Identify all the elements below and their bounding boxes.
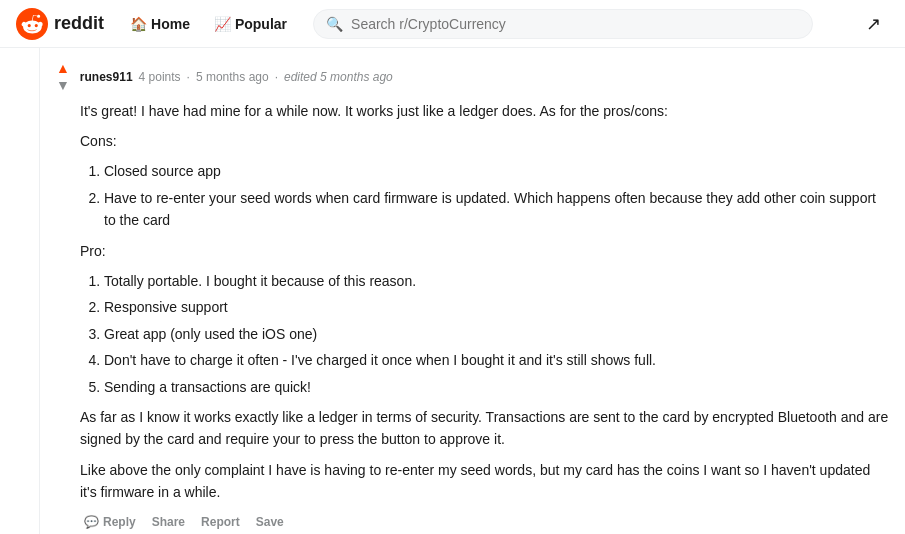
share-label: Share [152, 515, 185, 529]
header-right: ↗ [858, 9, 889, 39]
share-button[interactable]: Share [148, 511, 189, 533]
cons-label: Cons: [80, 130, 889, 152]
list-item: Totally portable. I bought it because of… [104, 270, 889, 292]
comment-icon: 💬 [84, 515, 99, 529]
search-icon: 🔍 [326, 16, 343, 32]
report-label: Report [201, 515, 240, 529]
reddit-logo-icon [16, 8, 48, 40]
popular-icon: 📈 [214, 16, 231, 32]
sidebar-left [0, 48, 40, 534]
comment-header: ▲ ▼ runes911 4 points · 5 months ago · e… [56, 60, 889, 94]
security-paragraph: As far as I know it works exactly like a… [80, 406, 889, 451]
points: 4 points [139, 70, 181, 84]
pro-label: Pro: [80, 240, 889, 262]
username[interactable]: runes911 [80, 70, 133, 84]
list-item: Don't have to charge it often - I've cha… [104, 349, 889, 371]
home-nav-item[interactable]: 🏠 Home [120, 10, 200, 38]
reddit-logo-text: reddit [54, 13, 104, 34]
list-item: Responsive support [104, 296, 889, 318]
edited-label: edited 5 months ago [284, 70, 393, 84]
save-button[interactable]: Save [252, 511, 288, 533]
timestamp: 5 months ago [196, 70, 269, 84]
header: reddit 🏠 Home 📈 Popular 🔍 ↗ [0, 0, 905, 48]
trending-icon[interactable]: ↗ [858, 9, 889, 39]
upvote-arrow[interactable]: ▲ [56, 60, 70, 77]
home-icon: 🏠 [130, 16, 147, 32]
intro-text: It's great! I have had mine for a while … [80, 100, 889, 122]
downvote-arrow[interactable]: ▼ [56, 77, 70, 94]
list-item: Have to re-enter your seed words when ca… [104, 187, 889, 232]
dot2: · [275, 70, 278, 84]
logo-area[interactable]: reddit [16, 8, 104, 40]
report-button[interactable]: Report [197, 511, 244, 533]
list-item: Sending a transactions are quick! [104, 376, 889, 398]
popular-nav-item[interactable]: 📈 Popular [204, 10, 297, 38]
home-label: Home [151, 16, 190, 32]
list-item: Great app (only used the iOS one) [104, 323, 889, 345]
main-nav: 🏠 Home 📈 Popular [120, 10, 297, 38]
save-label: Save [256, 515, 284, 529]
popular-label: Popular [235, 16, 287, 32]
comment-body: It's great! I have had mine for a while … [80, 100, 889, 504]
complaint-paragraph: Like above the only complaint I have is … [80, 459, 889, 504]
comment-actions: 💬 Reply Share Report Save [80, 511, 889, 533]
list-item: Closed source app [104, 160, 889, 182]
search-bar[interactable]: 🔍 [313, 9, 813, 39]
main-layout: ▲ ▼ runes911 4 points · 5 months ago · e… [0, 48, 905, 534]
pros-list: Totally portable. I bought it because of… [104, 270, 889, 398]
dot1: · [187, 70, 190, 84]
search-input[interactable] [351, 16, 800, 32]
cons-list: Closed source app Have to re-enter your … [104, 160, 889, 231]
comment-container: ▲ ▼ runes911 4 points · 5 months ago · e… [40, 48, 905, 534]
vote-arrows: ▲ ▼ [56, 60, 70, 94]
reply-button[interactable]: 💬 Reply [80, 511, 140, 533]
reply-label: Reply [103, 515, 136, 529]
